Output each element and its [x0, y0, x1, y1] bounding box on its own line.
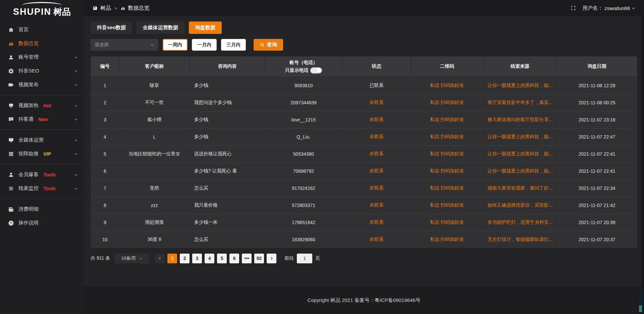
- gear-icon: [8, 68, 14, 74]
- cell-id: 4: [91, 128, 119, 145]
- cell-status: 未联系: [342, 162, 411, 179]
- tab-omnimedia-data[interactable]: 全媒体运营数据: [137, 21, 184, 34]
- sidebar-item-omnimedia-operation[interactable]: 全媒体运营: [0, 133, 84, 147]
- sidebar-item-account-management[interactable]: 账号管理: [0, 50, 84, 64]
- username-label: 用户名：: [583, 5, 603, 11]
- sidebar-item-video-publish[interactable]: 视频发布: [0, 78, 84, 92]
- cell-source-link[interactable]: 感谢大家喜欢我家，被问了好...: [483, 179, 557, 197]
- next-page-button[interactable]: [267, 254, 276, 263]
- table-row: 4L多少钱Q_Liu.未联系私信 扫码加好友让你一眼就爱上的黑科技，能...20…: [91, 128, 637, 145]
- badge-tools: Tools: [43, 186, 56, 191]
- table-body: 1啵章多少钱9583810已联系私信 扫码加好友让你一眼就爱上的黑科技，能...…: [91, 77, 637, 248]
- cell-date: 2021-11-07 20:39: [557, 214, 637, 231]
- breadcrumb-root[interactable]: 树品: [100, 5, 111, 12]
- goto-page-input[interactable]: [297, 254, 312, 263]
- cell-qrcode-link[interactable]: 私信 扫码加好友: [411, 145, 483, 162]
- range-button-1[interactable]: 一月内: [192, 39, 217, 51]
- badge-tools: Tools: [43, 172, 56, 177]
- sidebar-item-home[interactable]: 首页: [0, 23, 84, 37]
- sidebar-item-operation-guide[interactable]: ?操作说明: [0, 216, 84, 230]
- cell-source-link[interactable]: 让你一眼就爱上的黑科技，能...: [483, 145, 557, 162]
- cell-status: 未联系: [342, 214, 411, 231]
- prev-page-button[interactable]: [155, 254, 165, 263]
- cell-date: 2021-11-07 22:41: [557, 145, 637, 162]
- chevron-down-icon: [632, 6, 635, 10]
- date-range-group: 一周内一月内三月内: [163, 39, 246, 51]
- cell-source-link[interactable]: 让你一眼就爱上的黑科技，能...: [483, 162, 557, 179]
- app-logo[interactable]: SHUPIN 树品: [0, 1, 84, 20]
- cell-source-link[interactable]: 多功能护栏灯，适用于乡村文...: [483, 214, 557, 231]
- page-button-92[interactable]: 92: [254, 254, 264, 263]
- sidebar-item-label: 视频发布: [18, 82, 39, 88]
- range-button-0[interactable]: 一周内: [163, 39, 187, 51]
- page-button-2[interactable]: 2: [180, 254, 190, 263]
- cell-nickname: L: [119, 128, 190, 145]
- topbar-right: 用户名： zswodun88: [571, 5, 635, 11]
- sidebar-item-clue-monitor[interactable]: 线索监控Tools: [0, 181, 84, 195]
- cell-qrcode-link[interactable]: 私信 扫码加好友: [411, 214, 483, 231]
- cell-source-link[interactable]: 客厅安装投影半年多了，真实...: [483, 94, 557, 111]
- sidebar-item-douyin-seo[interactable]: 抖音SEO: [0, 64, 84, 78]
- cell-qrcode-link[interactable]: 私信 扫码加好友: [411, 111, 483, 128]
- cell-qrcode-link[interactable]: 私信 扫码加好友: [411, 197, 483, 214]
- sidebar-item-data-overview[interactable]: 数据总览: [0, 37, 84, 50]
- total-count: 共 911 条: [91, 255, 110, 261]
- range-button-2[interactable]: 三月内: [221, 39, 246, 51]
- cell-qrcode-link[interactable]: 私信 扫码加好友: [411, 162, 483, 179]
- table-header: 编号客户昵称咨询内容帐号（电话）只显示电话状态二维码线索来源询盘日期: [91, 56, 637, 77]
- cell-source-link[interactable]: 让你一眼就爱上的黑科技，能...: [483, 77, 557, 94]
- page-button-4[interactable]: 4: [205, 254, 214, 263]
- page-button-3[interactable]: 3: [192, 254, 202, 263]
- table-row: 1啵章多少钱9583810已联系私信 扫码加好友让你一眼就爱上的黑科技，能...…: [91, 77, 637, 94]
- page-button-6[interactable]: 6: [229, 254, 239, 263]
- sidebar-item-member-baoke[interactable]: 会员爆客Tools: [0, 168, 84, 181]
- logo-text-cn: 树品: [53, 6, 71, 18]
- cell-nickname: 啵章: [119, 77, 190, 94]
- cell-qrcode-link[interactable]: 私信 扫码加好友: [411, 231, 483, 248]
- page-size-select[interactable]: 10条/页: [115, 253, 149, 263]
- floating-widget[interactable]: [638, 291, 643, 313]
- cell-source-link[interactable]: 让你一眼就爱上的黑科技，能...: [483, 128, 557, 145]
- cell-date: 2021-11-07 20:37: [557, 231, 637, 248]
- cell-qrcode-link[interactable]: 私信 扫码加好友: [411, 128, 483, 145]
- page-scrollbar[interactable]: [642, 0, 644, 314]
- cell-id: 7: [91, 179, 119, 197]
- cell-qrcode-link[interactable]: 私信 扫码加好友: [411, 77, 483, 94]
- cell-content: 多少钱: [190, 128, 265, 145]
- tab-douyin-seo-data[interactable]: 抖音seo数据: [91, 21, 132, 34]
- phone-only-toggle[interactable]: [310, 67, 322, 73]
- user-menu[interactable]: 用户名： zswodun88: [583, 5, 635, 11]
- filter-select[interactable]: 请选择: [91, 39, 158, 51]
- page-ellipsis-button[interactable]: •••: [242, 254, 252, 263]
- cell-content: 多少钱: [190, 111, 265, 128]
- cell-source-link[interactable]: 如何正确选择投影仪，买投影...: [483, 197, 557, 214]
- cell-status: 已联系: [342, 77, 411, 94]
- chevron-down-icon: [74, 152, 78, 156]
- page-button-5[interactable]: 5: [217, 254, 227, 263]
- cell-account: 183929060: [265, 231, 342, 248]
- chart-icon: [120, 6, 125, 11]
- goto-suffix: 页: [315, 255, 320, 261]
- cell-qrcode-link[interactable]: 私信 扫码加好友: [411, 179, 483, 197]
- search-button[interactable]: 查询: [254, 39, 283, 51]
- table-row: 3狐小狸多少钱love__1215未联系私信 扫码加好友被大家追着问的客厅投影分…: [91, 111, 637, 128]
- fullscreen-icon[interactable]: [571, 5, 576, 11]
- sidebar-item-label: 抖音SEO: [18, 68, 39, 74]
- cell-nickname: 当地比较能吃的一位美女: [119, 145, 190, 162]
- chevron-down-icon: [74, 104, 78, 108]
- cell-date: 2021-11-07 21:42: [557, 197, 637, 214]
- sidebar-item-video-heating[interactable]: 视频加热Hot: [0, 99, 84, 112]
- cell-id: 6: [91, 162, 119, 179]
- page-button-1[interactable]: 1: [167, 254, 177, 263]
- sidebar-item-douketong[interactable]: 抖客通New: [0, 112, 84, 126]
- cell-source-link[interactable]: 无主灯设计，智能磁吸轨道灯...: [483, 231, 557, 248]
- cell-id: 5: [91, 145, 119, 162]
- chevron-down-icon: [74, 173, 78, 177]
- tab-inquiry-data[interactable]: 询盘数据: [189, 21, 222, 34]
- cell-qrcode-link[interactable]: 私信 扫码加好友: [411, 94, 483, 111]
- cell-account: 178651642: [265, 214, 342, 231]
- cell-source-link[interactable]: 被大家追着问的客厅投影分享...: [483, 111, 557, 128]
- sidebar-item-consumption-detail[interactable]: 消费明细: [0, 202, 84, 216]
- sidebar-item-label: 线索监控: [18, 185, 39, 192]
- sidebar-item-matrix-boost[interactable]: 矩阵助推VIP: [0, 147, 84, 161]
